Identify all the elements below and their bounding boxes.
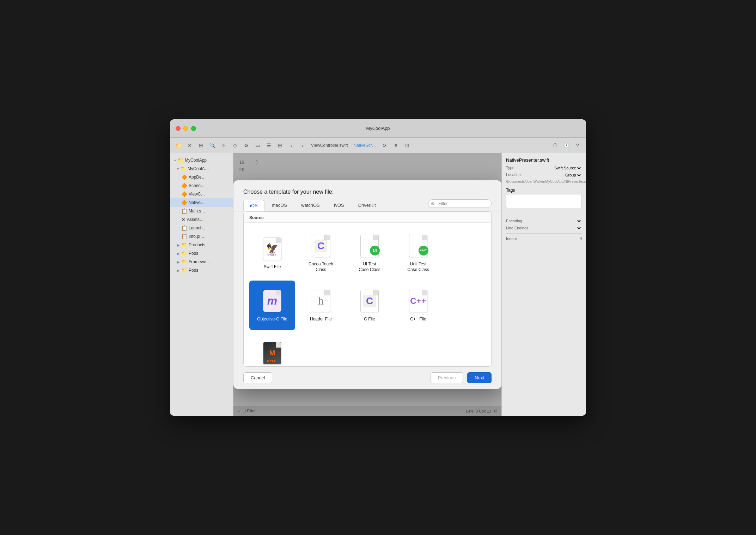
ui-test-label: UI TestCase Class [359, 262, 380, 272]
source-grid: 🦅 SWIFT Swift File C [244, 223, 491, 367]
breadcrumb-viewcontroller[interactable]: ViewController.swift [310, 143, 349, 148]
sidebar-item-frameworks[interactable]: ▶📁 Framewc… [170, 258, 233, 266]
tab-tvos[interactable]: tvOS [327, 199, 351, 211]
breadcrumb-nativescr[interactable]: NativeScr… [352, 143, 377, 148]
tab-macos[interactable]: macOS [265, 199, 294, 211]
file-type-label: Type [506, 166, 514, 170]
toolbar: 📁 ✕ ⊞ 🔍 ⚠ ◇ ⚙ ▭ ☰ ⊞ ‹ › ViewController.s… [170, 138, 586, 153]
title-bar: MyCoolApp [170, 119, 586, 138]
location-select[interactable]: Group [564, 173, 582, 178]
dialog-header: Choose a template for your new file: [233, 180, 501, 199]
unit-test-icon: UNIT [407, 233, 429, 259]
template-cocoa-touch[interactable]: C Cocoa TouchClass [298, 228, 344, 278]
tags-input[interactable] [506, 194, 582, 208]
file-name: NativePresenter.swift [506, 157, 582, 163]
sidebar-item-assets[interactable]: ✕ Assets… [170, 215, 233, 224]
ui-test-icon: UI [358, 233, 381, 259]
sidebar-item-main[interactable]: 📋 Main.s… [170, 207, 233, 215]
metal-file-icon: M METAL [261, 341, 284, 366]
close-icon[interactable]: ✕ [185, 141, 194, 150]
new-file-dialog: Choose a template for your new file: iOS… [233, 180, 501, 389]
window-title: MyCoolApp [366, 126, 390, 131]
dialog-body: Source 🦅 SWIFT Swift File [243, 211, 492, 367]
editor-area[interactable]: 19 } 20 + ⊟ Filter Line: 8 Col: 13 ⊡ Cho… [233, 153, 501, 416]
sidebar: ▾📁 MyCoolApp ▾📁 MyCoolA… 🔶 AppDe… 🔶 Scen… [170, 153, 233, 416]
folder-icon[interactable]: 📁 [174, 141, 183, 150]
cocoa-touch-label: Cocoa TouchClass [309, 262, 333, 272]
sidebar-item-mycoolapp[interactable]: ▾📁 MyCoolApp [170, 156, 233, 164]
sidebar-item-viewcontroller[interactable]: 🔶 ViewC… [170, 190, 233, 198]
sidebar-item-products[interactable]: ▶📁 Products [170, 241, 233, 249]
template-header-file[interactable]: h Header File [298, 281, 344, 330]
sidebar-item-mycoolapp-sub[interactable]: ▾📁 MyCoolA… [170, 164, 233, 173]
sidebar-item-pods2[interactable]: ▶📁 Pods [170, 266, 233, 275]
lines-icon[interactable]: ≡ [392, 141, 400, 150]
close-button[interactable] [176, 126, 181, 131]
mac-window: MyCoolApp 📁 ✕ ⊞ 🔍 ⚠ ◇ ⚙ ▭ ☰ ⊞ ‹ › ViewCo… [170, 119, 586, 416]
location-label: Location [506, 173, 521, 178]
sidebar-item-native[interactable]: 🔶 Native… [170, 198, 233, 207]
source-section-header: Source [244, 212, 491, 223]
encoding-label: Encoding [506, 219, 522, 223]
template-c-file[interactable]: C C File [347, 281, 392, 330]
tags-label: Tags [506, 188, 582, 193]
header-file-label: Header File [310, 317, 332, 322]
grid-icon[interactable]: ⊞ [276, 141, 284, 150]
cancel-button[interactable]: Cancel [243, 372, 272, 383]
history-icon[interactable]: 🕐 [562, 141, 571, 150]
diamond-icon[interactable]: ◇ [231, 141, 239, 150]
sidebar-item-infoplist[interactable]: 📋 Info.pl… [170, 232, 233, 241]
next-button[interactable]: Next [467, 372, 492, 383]
tab-ios[interactable]: iOS [243, 200, 264, 211]
sidebar-item-pods[interactable]: ▶📁 Pods [170, 249, 233, 258]
refresh-icon[interactable]: ⟳ [380, 141, 389, 150]
objc-file-icon: m [261, 288, 284, 314]
encoding-select[interactable] [575, 218, 582, 223]
template-swift-file[interactable]: 🦅 SWIFT Swift File [249, 228, 295, 278]
c-file-icon: C [358, 288, 381, 314]
back-icon[interactable]: ‹ [287, 141, 295, 150]
search-icon[interactable]: 🔍 [208, 141, 217, 150]
inspector-icon[interactable]: 🗒 [551, 141, 559, 150]
line-endings-select[interactable] [575, 226, 582, 230]
cocoa-touch-icon: C [310, 233, 332, 259]
gear-icon[interactable]: ⚙ [242, 141, 250, 150]
file-path: /Documents/JoanWalker/MyCoolApp/NtPresen… [506, 180, 582, 184]
tab-watchos[interactable]: watchOS [294, 199, 327, 211]
file-type-select[interactable]: Swift Source [553, 166, 582, 170]
minimize-button[interactable] [183, 126, 188, 131]
c-file-label: C File [364, 317, 375, 322]
sidebar-item-launch[interactable]: 📋 Launch… [170, 224, 233, 232]
template-objc-file[interactable]: m Objective-C File [249, 281, 295, 330]
header-file-icon: h [310, 288, 332, 314]
swift-file-label: Swift File [264, 264, 281, 270]
sidebar-item-appdelegate[interactable]: 🔶 AppDe… [170, 173, 233, 181]
warning-icon[interactable]: ⚠ [219, 141, 228, 150]
help-icon[interactable]: ? [573, 141, 582, 150]
template-ui-test[interactable]: UI UI TestCase Class [347, 228, 392, 278]
list-icon[interactable]: ☰ [264, 141, 273, 150]
indent-label: Indent [506, 236, 517, 241]
template-cpp-file[interactable]: C++ C++ File [395, 281, 441, 330]
swift-file-icon: 🦅 SWIFT [261, 236, 284, 262]
rect-icon[interactable]: ▭ [253, 141, 262, 150]
filter-search-icon: ⊕ [431, 201, 434, 206]
indent-value: 4 [580, 236, 582, 241]
template-metal-file[interactable]: M METAL Metal File [249, 333, 295, 367]
template-unit-test[interactable]: UNIT Unit TestCase Class [395, 228, 441, 278]
cpp-file-icon: C++ [407, 288, 429, 314]
cpp-file-label: C++ File [410, 317, 426, 322]
right-panel: NativePresenter.swift Type Swift Source … [501, 153, 586, 416]
dialog-footer: Cancel Previous Next [233, 367, 501, 389]
tab-driverkit[interactable]: DriverKit [352, 199, 383, 211]
filter-input[interactable] [428, 199, 492, 208]
previous-button[interactable]: Previous [431, 372, 463, 383]
layout-icon[interactable]: ⊞ [197, 141, 205, 150]
maximize-button[interactable] [191, 126, 196, 131]
sidebar-item-scene[interactable]: 🔶 Scene… [170, 181, 233, 190]
objc-file-label: Objective-C File [257, 317, 287, 322]
split-icon[interactable]: ⊡ [403, 141, 411, 150]
forward-icon[interactable]: › [298, 141, 307, 150]
line-endings-label: Line Endings [506, 226, 529, 230]
unit-test-label: Unit TestCase Class [407, 262, 429, 272]
